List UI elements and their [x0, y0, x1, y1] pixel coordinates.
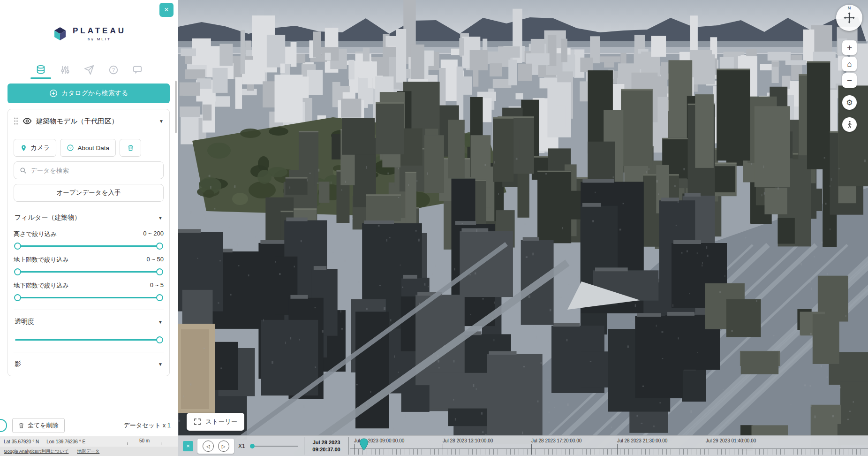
filter-section-header[interactable]: フィルター（建築物） ▼	[14, 208, 164, 224]
search-icon	[20, 167, 27, 174]
current-datetime: Jul 28 2023 09:20:37.00	[304, 437, 349, 455]
compass-control[interactable]: N	[836, 5, 862, 31]
data-search-box	[14, 161, 164, 179]
plateau-logo: PLATEAU by MLIT	[0, 0, 178, 52]
sidebar-close-button[interactable]: ×	[159, 3, 174, 17]
tab-datasets[interactable]	[34, 61, 48, 79]
current-time: 09:20:37.00	[312, 446, 340, 453]
tick-label: Jul 28 2023 21:30:00.00	[617, 438, 667, 443]
collapse-sidebar-button[interactable]	[0, 419, 7, 432]
dataset-collapse-button[interactable]: ▼	[159, 119, 164, 124]
sidebar-scroll-area: カタログから検索する 建築物モデル（千代田区） ▼	[0, 79, 178, 414]
camera-button[interactable]: カメラ	[14, 139, 56, 157]
dataset-card-body: カメラ ? About Data	[8, 133, 169, 376]
height-filter-slider[interactable]	[15, 243, 162, 250]
pan-move-icon	[843, 12, 855, 24]
shadow-section-header[interactable]: 影 ▼	[14, 352, 164, 370]
logo-subtitle: by MLIT	[88, 37, 111, 41]
tick-strip	[350, 448, 868, 455]
pedestrian-view-button[interactable]	[842, 117, 857, 132]
data-search-input[interactable]	[30, 167, 158, 174]
latitude-readout: Lat 35.67920 ° N	[4, 439, 39, 444]
chevron-down-icon: ▼	[158, 319, 163, 325]
time-cursor-pin[interactable]	[359, 438, 369, 451]
floors-filter-label: 地上階数で絞り込み	[14, 256, 69, 264]
about-data-button[interactable]: ? About Data	[60, 139, 116, 157]
delete-all-label: 全てを削除	[28, 421, 59, 430]
plus-circle-icon	[49, 89, 58, 98]
zoom-out-button[interactable]: −	[842, 73, 857, 88]
sliders-icon	[60, 65, 70, 75]
story-button-label: ストーリー	[205, 418, 237, 426]
height-filter-range: 0 ~ 200	[143, 230, 164, 238]
remove-dataset-button[interactable]	[120, 139, 141, 157]
speed-slider[interactable]	[251, 446, 298, 447]
slider-knob-min[interactable]	[14, 243, 21, 250]
speed-slider-knob[interactable]	[250, 444, 255, 448]
open-data-button[interactable]: オープンデータを入手	[14, 184, 164, 202]
info-question-icon: ?	[67, 144, 74, 152]
tab-share[interactable]	[82, 61, 96, 79]
tab-tools[interactable]	[58, 61, 72, 79]
plateau-view-app: × PLATEAU by MLIT	[0, 0, 868, 456]
plateau-cube-icon	[52, 26, 68, 42]
basement-filter-slider[interactable]	[15, 294, 162, 301]
visibility-eye-icon[interactable]	[23, 116, 32, 126]
timeline-close-button[interactable]: ×	[183, 441, 193, 451]
playback-controls: ◁ ▷	[197, 439, 234, 454]
sidebar-tabs: ?	[0, 52, 178, 79]
camera-button-label: カメラ	[30, 144, 50, 152]
slider-knob-max[interactable]	[156, 243, 163, 250]
city-3d-scene[interactable]	[178, 0, 868, 456]
analytics-link[interactable]: Google Analyticsの利用について	[4, 448, 68, 455]
slider-knob-min[interactable]	[14, 294, 21, 301]
zoom-in-button[interactable]: +	[842, 40, 857, 55]
filter-section-title: フィルター（建築物）	[15, 213, 81, 222]
logo-title: PLATEAU	[73, 26, 126, 36]
height-filter-label: 高さで絞り込み	[14, 230, 57, 238]
slider-knob[interactable]	[156, 336, 163, 343]
opacity-section-header[interactable]: 透明度 ▼	[14, 310, 164, 328]
layers-icon	[36, 65, 46, 75]
terrain-data-link[interactable]: 地形データ	[77, 448, 99, 455]
map-viewport[interactable]: N + ⌂ − ⚙ ストーリー ×	[178, 0, 868, 456]
tab-help[interactable]: ?	[106, 61, 121, 79]
longitude-readout: Lon 139.76236 ° E	[46, 439, 85, 444]
pedestrian-icon	[846, 121, 853, 129]
timeline-ruler[interactable]: Jul 28 2023 09:00:00.00 Jul 28 2023 13:1…	[350, 436, 868, 456]
footer-links: Google Analyticsの利用について 地形データ	[0, 447, 178, 456]
story-button[interactable]: ストーリー	[187, 413, 244, 431]
slider-knob-min[interactable]	[14, 268, 21, 275]
trash-icon	[127, 144, 134, 152]
search-catalog-button[interactable]: カタログから検索する	[8, 84, 170, 103]
dataset-card-header[interactable]: 建築物モデル（千代田区） ▼	[8, 109, 169, 133]
chevron-down-icon: ▼	[158, 215, 163, 220]
tick-label: Jul 29 2023 01:40:00.00	[706, 438, 756, 443]
basement-filter-label: 地下階数で絞り込み	[14, 281, 69, 290]
floors-filter-range: 0 ~ 50	[146, 256, 164, 264]
settings-gear-button[interactable]: ⚙	[842, 95, 857, 110]
coordinates-statusbar: Lat 35.67920 ° N Lon 139.76236 ° E 50 m	[0, 436, 178, 447]
svg-text:?: ?	[69, 146, 72, 150]
delete-all-button[interactable]: 全てを削除	[12, 418, 65, 433]
step-back-button[interactable]: ◁	[203, 441, 214, 452]
basement-filter-range: 0 ~ 5	[150, 281, 164, 290]
shadow-section-title: 影	[15, 360, 21, 368]
tab-feedback[interactable]	[130, 61, 144, 79]
drag-handle-icon[interactable]	[14, 117, 18, 125]
floors-filter-slider[interactable]	[15, 268, 162, 275]
home-view-button[interactable]: ⌂	[842, 57, 857, 71]
search-catalog-label: カタログから検索する	[61, 89, 128, 98]
dataset-title: 建築物モデル（千代田区）	[36, 117, 155, 126]
expand-icon	[194, 418, 201, 426]
slider-knob-max[interactable]	[156, 294, 163, 301]
scrollbar-thumb[interactable]	[175, 81, 177, 133]
scale-label: 50 m	[139, 438, 150, 443]
timeline-bar: × ◁ ▷ X1 Jul 28 2023 09:20:37.00 Jul 28 …	[178, 435, 868, 456]
current-date: Jul 28 2023	[313, 439, 340, 446]
slider-knob-max[interactable]	[156, 268, 163, 275]
opacity-slider[interactable]	[15, 336, 162, 343]
play-button[interactable]: ▷	[218, 441, 229, 452]
dataset-count: データセット x 1	[124, 421, 171, 430]
paper-plane-icon	[84, 65, 94, 75]
